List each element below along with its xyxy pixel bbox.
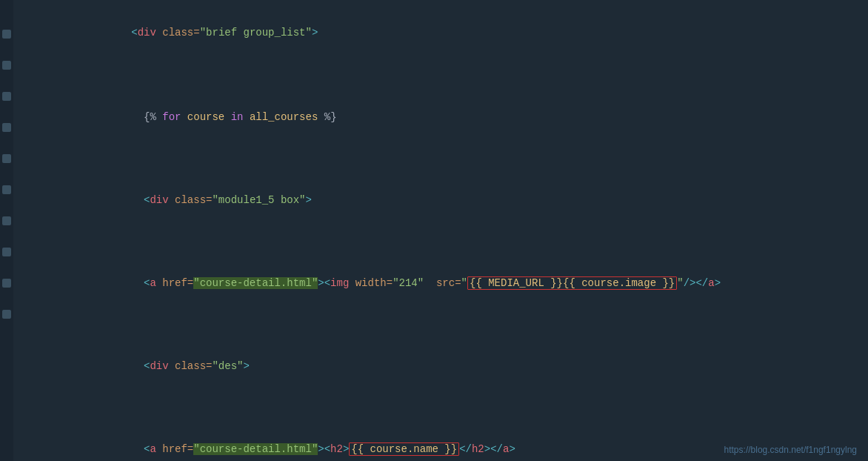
code-line-2 <box>15 58 868 76</box>
sidebar-icon-3 <box>2 92 11 101</box>
watermark: https://blog.csdn.net/f1ngf1ngylng <box>724 445 857 455</box>
sidebar-icon-4 <box>2 123 11 132</box>
code-line-4: <div class="module1_5 box"> <box>15 159 868 242</box>
sidebar-icon-7 <box>2 216 11 225</box>
sidebar-icon-6 <box>2 185 11 194</box>
code-editor: <div class="brief group_list"> {% for co… <box>0 0 868 461</box>
code-line-6: <div class="des"> <box>15 325 868 408</box>
code-line-3: {% for course in all_courses %} <box>15 76 868 159</box>
sidebar-icon-5 <box>2 154 11 163</box>
sidebar-icon-1 <box>2 30 11 39</box>
sidebar-icon-9 <box>2 279 11 288</box>
code-line-5: <a href="course-detail.html"><img width=… <box>15 242 868 325</box>
sidebar-icon-2 <box>2 61 11 70</box>
sidebar-icon-8 <box>2 248 11 256</box>
code-line-1: <div class="brief group_list"> <box>15 7 868 58</box>
sidebar-icon-10 <box>2 310 11 319</box>
sidebar <box>0 0 13 461</box>
